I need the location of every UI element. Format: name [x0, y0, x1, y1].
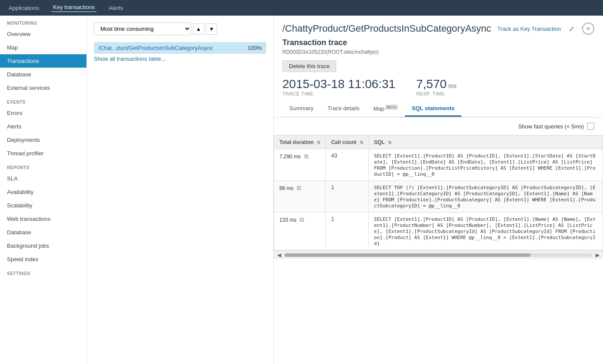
tab-trace-details[interactable]: Trace details [321, 102, 367, 117]
row2-duration: 86 ms ⧉ [274, 181, 326, 213]
time-consuming-dropdown[interactable]: Most time consuming Slowest average resp… [94, 23, 191, 35]
nav-alerts[interactable]: Alerts [107, 5, 125, 11]
sort-icon-sql: ⇅ [388, 140, 391, 145]
tabs-row: Summary Trace details MapBETA SQL statem… [282, 102, 594, 117]
sidebar-item-deployments[interactable]: Deployments [0, 133, 86, 147]
trace-time-value: 2015-03-18 11:06:31 [282, 77, 395, 91]
monitoring-label: MONITORING [0, 16, 86, 27]
nav-key-transactions[interactable]: Key transactions [51, 4, 96, 12]
transaction-trace-label: Transaction trace [282, 38, 594, 47]
delete-trace-button[interactable]: Delete this trace [282, 60, 336, 72]
th-sql[interactable]: SQL ⇅ [368, 136, 603, 149]
track-key-transaction-button[interactable]: Track as Key Transaction [497, 26, 561, 32]
horizontal-scrollbar: ◀ ▶ [274, 250, 603, 259]
trace-actions: Track as Key Transaction ⤢ × [497, 23, 594, 35]
fast-queries-row: Show fast queries (< 5ms) [274, 118, 603, 135]
events-label: EVENTS [0, 95, 86, 106]
main-content: Most time consuming Slowest average resp… [87, 16, 603, 364]
row1-count: 43 [326, 149, 368, 181]
transaction-name: /Chat...duct/GetProductsInSubCategoryAsy… [98, 45, 244, 51]
table-row: 133 ms ⧉ 1 SELECT [Extent1].[ProductID] … [274, 213, 603, 250]
sidebar-item-overview[interactable]: Overview [0, 27, 86, 41]
row3-duration: 133 ms ⧉ [274, 213, 326, 250]
th-call-count[interactable]: Call count ⇅ [326, 136, 368, 149]
sidebar-item-speed-index[interactable]: Speed index [0, 253, 86, 266]
sidebar-item-thread-profiler[interactable]: Thread profiler [0, 147, 86, 160]
right-panel: /ChattyProduct/GetProductsInSubCategoryA… [274, 16, 603, 364]
sort-icon-count: ⇅ [360, 140, 363, 145]
scroll-left-arrow[interactable]: ◀ [277, 252, 281, 258]
sidebar-item-alerts[interactable]: Alerts [0, 120, 86, 133]
close-trace-button[interactable]: × [582, 23, 594, 35]
sql-code-row2: SELECT TOP (?) [Extent1].[ProductSubcate… [374, 185, 596, 209]
resp-time-value: 7,570 [416, 77, 447, 91]
sql-content-area: Show fast queries (< 5ms) Total duration… [274, 118, 603, 364]
table-row: 7,290 ms ⧉ 43 SELECT [Extent1].[ProductI… [274, 149, 603, 181]
sql-code-row1: SELECT [Extent1].[ProductID] AS [Product… [374, 153, 596, 177]
sidebar: MONITORING Overview Map Transactions Dat… [0, 16, 87, 364]
row2-sql: SELECT TOP (?) [Extent1].[ProductSubcate… [368, 181, 603, 213]
tab-summary[interactable]: Summary [282, 102, 321, 117]
copy-icon-row3[interactable]: ⧉ [300, 216, 304, 223]
sidebar-item-availability[interactable]: Availability [0, 185, 86, 199]
dropdown-arrow-up[interactable]: ▲ [193, 23, 204, 35]
fast-queries-checkbox[interactable] [587, 123, 594, 130]
sidebar-item-map[interactable]: Map [0, 41, 86, 54]
sidebar-item-external-services[interactable]: External services [0, 81, 86, 95]
tab-map[interactable]: MapBETA [367, 102, 405, 117]
trace-subtitle: RD000D3A105220(ROOT:sitecmchattyio) [282, 49, 594, 55]
transaction-list-item[interactable]: /Chat...duct/GetProductsInSubCategoryAsy… [94, 42, 266, 54]
sort-icon-duration: ⇅ [317, 140, 320, 145]
tab-sql-statements[interactable]: SQL statements [405, 102, 462, 117]
row1-duration: 7,290 ms ⧉ [274, 149, 326, 181]
trace-time-stat: 2015-03-18 11:06:31 TRACE TIME [282, 77, 395, 96]
copy-icon-row1[interactable]: ⧉ [304, 153, 308, 160]
th-total-duration[interactable]: Total duration ⇅ [274, 136, 326, 149]
settings-label: SETTINGS [0, 266, 86, 278]
scroll-track[interactable] [285, 253, 592, 257]
row3-sql: SELECT [Extent1].[ProductID] AS [Product… [368, 213, 603, 250]
beta-badge: BETA [385, 105, 398, 110]
sidebar-item-scalability[interactable]: Scalability [0, 199, 86, 212]
row1-sql: SELECT [Extent1].[ProductID] AS [Product… [368, 149, 603, 181]
resp-time-label: RESP. TIME [416, 91, 457, 96]
sql-table: Total duration ⇅ Call count ⇅ SQL ⇅ [274, 135, 603, 250]
reports-label: REPORTS [0, 160, 86, 172]
sql-code-row3: SELECT [Extent1].[ProductID] AS [Product… [374, 216, 596, 246]
top-nav: Applications Key transactions Alerts [0, 0, 603, 16]
trace-header-title-row: /ChattyProduct/GetProductsInSubCategoryA… [282, 23, 594, 35]
sidebar-item-database[interactable]: Database [0, 68, 86, 81]
sidebar-item-transactions[interactable]: Transactions [0, 54, 86, 68]
resp-time-stat: 7,570 ms RESP. TIME [416, 77, 457, 96]
left-panel: Most time consuming Slowest average resp… [87, 16, 274, 364]
sidebar-item-sla[interactable]: SLA [0, 172, 86, 185]
sidebar-item-database-report[interactable]: Database [0, 226, 86, 239]
copy-icon-row2[interactable]: ⧉ [297, 184, 301, 191]
expand-icon-button[interactable]: ⤢ [566, 24, 577, 34]
scroll-right-arrow[interactable]: ▶ [596, 252, 600, 258]
sidebar-item-errors[interactable]: Errors [0, 106, 86, 120]
fast-queries-label: Show fast queries (< 5ms) [518, 123, 584, 130]
scroll-thumb [285, 253, 530, 257]
filter-row: Most time consuming Slowest average resp… [94, 23, 266, 35]
trace-header: /ChattyProduct/GetProductsInSubCategoryA… [274, 16, 603, 118]
trace-time-label: TRACE TIME [282, 91, 395, 96]
row2-count: 1 [326, 181, 368, 213]
main-layout: MONITORING Overview Map Transactions Dat… [0, 16, 603, 364]
dropdown-arrow-down[interactable]: ▼ [206, 23, 217, 35]
transaction-percentage: 100% [248, 45, 262, 51]
resp-time-unit: ms [448, 82, 457, 89]
row3-count: 1 [326, 213, 368, 250]
nav-applications[interactable]: Applications [7, 5, 41, 11]
trace-page-title: /ChattyProduct/GetProductsInSubCategoryA… [282, 23, 491, 34]
trace-stats: 2015-03-18 11:06:31 TRACE TIME 7,570 ms … [282, 77, 594, 96]
sidebar-item-background-jobs[interactable]: Background jobs [0, 239, 86, 253]
show-all-transactions-link[interactable]: Show all transactions table... [94, 56, 166, 62]
sidebar-item-web-transactions[interactable]: Web transactions [0, 212, 86, 226]
table-row: 86 ms ⧉ 1 SELECT TOP (?) [Extent1].[Prod… [274, 181, 603, 213]
